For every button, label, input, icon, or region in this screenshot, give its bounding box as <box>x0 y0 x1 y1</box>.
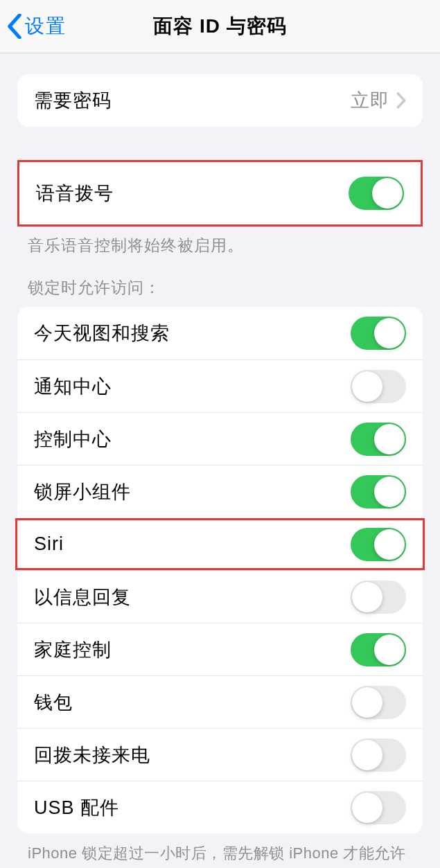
today-view-row: 今天视图和搜索 <box>17 307 423 360</box>
voice-dial-footer: 音乐语音控制将始终被启用。 <box>0 227 440 256</box>
back-label: 设置 <box>25 13 67 39</box>
lock-widgets-row: 锁屏小组件 <box>17 465 423 517</box>
back-button[interactable]: 设置 <box>0 13 67 39</box>
control-center-switch[interactable] <box>351 423 406 456</box>
voice-dial-switch[interactable] <box>349 177 404 210</box>
chevron-left-icon <box>7 14 22 39</box>
require-passcode-label: 需要密码 <box>34 88 112 113</box>
voice-dial-row: 语音拨号 <box>19 162 421 224</box>
notification-center-switch[interactable] <box>351 370 406 403</box>
voice-dial-label: 语音拨号 <box>36 181 114 206</box>
require-passcode-value: 立即 <box>351 88 389 113</box>
callback-label: 回拨未接来电 <box>34 743 150 768</box>
reply-message-switch[interactable] <box>351 581 406 614</box>
usb-row: USB 配件 <box>17 781 423 833</box>
reply-message-label: 以信息回复 <box>34 585 131 610</box>
siri-label: Siri <box>34 533 64 555</box>
page-title: 面容 ID 与密码 <box>153 13 287 39</box>
home-control-label: 家庭控制 <box>34 637 112 662</box>
wallet-row: 钱包 <box>17 675 423 728</box>
siri-row: Siri <box>17 517 423 570</box>
navigation-bar: 设置 面容 ID 与密码 <box>0 0 440 53</box>
today-view-label: 今天视图和搜索 <box>34 321 170 346</box>
chevron-right-icon <box>396 92 406 109</box>
wallet-switch[interactable] <box>351 686 406 719</box>
callback-row: 回拨未接来电 <box>17 728 423 781</box>
usb-label: USB 配件 <box>34 795 119 820</box>
require-passcode-row[interactable]: 需要密码 立即 <box>17 74 423 127</box>
lock-access-header: 锁定时允许访问： <box>0 256 440 307</box>
today-view-switch[interactable] <box>351 317 406 350</box>
control-center-row: 控制中心 <box>17 412 423 465</box>
usb-switch[interactable] <box>351 791 406 824</box>
callback-switch[interactable] <box>351 738 406 772</box>
siri-switch[interactable] <box>351 528 406 561</box>
notification-center-label: 通知中心 <box>34 374 112 399</box>
home-control-row: 家庭控制 <box>17 623 423 675</box>
lock-widgets-switch[interactable] <box>351 475 406 508</box>
notification-center-row: 通知中心 <box>17 360 423 412</box>
usb-footer: iPhone 锁定超过一小时后，需先解锁 iPhone 才能允许 USB 配件连… <box>0 833 440 868</box>
wallet-label: 钱包 <box>34 690 73 715</box>
home-control-switch[interactable] <box>351 633 406 666</box>
lock-widgets-label: 锁屏小组件 <box>34 479 131 504</box>
reply-message-row: 以信息回复 <box>17 570 423 623</box>
control-center-label: 控制中心 <box>34 427 112 452</box>
